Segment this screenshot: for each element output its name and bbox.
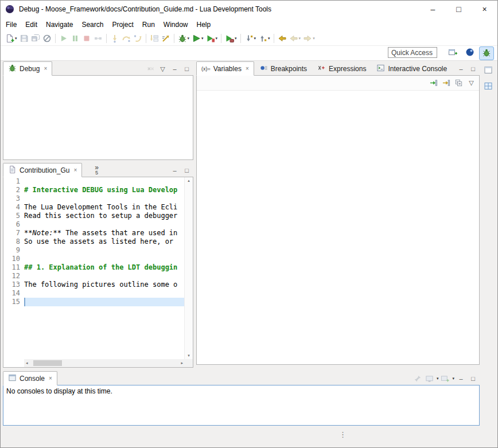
tab-debug[interactable]: Debug × [3,61,52,76]
title-bar: Debug - Moose_Framework/docs/Contributio… [1,1,497,18]
code-line-8[interactable]: So use the assets as listed here, or [24,237,185,246]
vertical-scrollbar[interactable]: ▴ ▾ [184,177,193,359]
md-heading-text: # Interactive DEBUG using Lua Develop [24,186,177,194]
menu-window[interactable]: Window [164,20,188,30]
coverage-button[interactable]: ▾ [205,32,219,45]
tab-expressions[interactable]: Expressions [312,61,371,76]
tab-close-icon[interactable]: × [44,65,47,72]
new-button[interactable]: ▾ [5,32,18,45]
forward-dropdown-arrow[interactable]: ▾ [313,36,315,41]
collapse-all-icon[interactable] [453,78,464,88]
code-line-7[interactable]: **Note:** The assets that are used in [24,229,185,237]
maximize-view-icon[interactable]: □ [468,64,478,74]
menu-navigate[interactable]: Navigate [46,20,73,30]
minimize-view-icon[interactable]: – [456,64,466,74]
tab-contribution-guide[interactable]: Contribution_Gu × [3,163,82,177]
show-type-names-icon[interactable] [428,78,439,88]
display-console-dropdown-arrow[interactable]: ▾ [437,376,439,381]
code-line-12[interactable] [24,272,185,281]
menu-file[interactable]: File [6,20,17,30]
code-line-15[interactable] [24,298,185,306]
view-menu-icon[interactable]: ▽ [466,78,477,88]
use-step-filters-icon [161,34,170,43]
menu-project[interactable]: Project [112,20,133,30]
scroll-right-icon[interactable]: ▸ [181,359,183,367]
minimize-view-icon[interactable]: – [456,373,466,384]
window-minimize-button[interactable]: – [420,1,446,18]
maximize-view-icon[interactable]: □ [181,165,192,176]
minimized-view-stack-2-icon[interactable] [482,80,495,92]
menu-search[interactable]: Search [81,20,103,30]
run-dropdown-arrow[interactable]: ▾ [201,36,204,41]
tab-close-icon[interactable]: × [73,167,77,173]
external-tools-button[interactable]: ▾ [224,32,238,45]
code-line-3[interactable] [24,194,185,203]
tab-close-icon[interactable]: × [49,375,52,381]
coverage-dropdown-arrow[interactable]: ▾ [216,36,218,41]
code-line-9[interactable] [24,246,185,255]
external-tools-dropdown-arrow[interactable]: ▾ [235,36,237,41]
previous-annotation-button[interactable]: ▾ [258,32,271,45]
debug-dropdown-arrow[interactable]: ▾ [188,36,190,41]
code-line-2[interactable]: # Interactive DEBUG using Lua Develop [24,186,185,194]
skip-all-breakpoints-button[interactable] [42,32,52,45]
code-line-13[interactable]: The following pictures outline some o [24,281,185,289]
tab-close-icon[interactable]: × [246,65,249,72]
scroll-up-icon[interactable]: ▴ [185,178,193,183]
scroll-down-icon[interactable]: ▾ [185,353,193,358]
new-dropdown-arrow[interactable]: ▾ [15,36,17,41]
code-line-6[interactable] [24,220,185,229]
open-console-icon [439,373,450,384]
console-icon [8,373,17,384]
run-button[interactable]: ▾ [191,32,204,45]
tab-interactive-console[interactable]: Interactive Console [371,61,452,76]
minimize-view-icon[interactable]: – [169,64,180,74]
horizontal-scrollbar-thumb[interactable] [33,360,62,366]
debug-button[interactable]: ▾ [177,32,190,45]
terminate-button [81,32,92,45]
menu-edit[interactable]: Edit [25,20,37,30]
tab-breakpoints[interactable]: Breakpoints [254,61,312,76]
code-line-14[interactable] [24,289,185,298]
debug-view-content[interactable] [3,75,193,160]
show-logical-structures-icon[interactable] [441,78,452,88]
code-area[interactable]: # Interactive DEBUG using Lua DevelopThe… [24,177,185,359]
remove-terminated-launches-icon [145,64,156,74]
code-line-1[interactable] [24,177,185,186]
open-console-dropdown-arrow[interactable]: ▾ [452,376,454,381]
minimized-view-stack-1-icon[interactable] [482,64,495,76]
window-close-button[interactable]: × [472,1,497,18]
previous-annotation-dropdown-arrow[interactable]: ▾ [268,36,270,41]
open-perspective-button[interactable] [446,46,460,59]
debug-perspective-button[interactable] [479,46,494,60]
scroll-left-icon[interactable]: ◂ [26,359,28,367]
tab-console[interactable]: Console × [3,371,57,385]
use-step-filters-button[interactable] [161,32,171,45]
last-edit-location-button[interactable] [277,32,287,45]
code-line-4[interactable]: The Lua Development Tools in the Ecli [24,203,185,212]
next-annotation-button[interactable]: ▾ [244,32,257,45]
horizontal-scrollbar[interactable]: ◂ ▸ [24,359,185,367]
forward-button: ▾ [302,32,316,45]
view-menu-icon[interactable]: ▽ [157,64,168,74]
code-line-10[interactable] [24,255,185,263]
sash-grip-icon[interactable]: ⋮ [339,430,347,439]
maximize-view-icon[interactable]: □ [181,64,192,74]
code-line-5[interactable]: Read this section to setup a debugger [24,212,185,220]
menu-run[interactable]: Run [142,20,155,30]
variables-view-content[interactable]: ▽ [196,75,480,365]
next-annotation-dropdown-arrow[interactable]: ▾ [254,36,256,41]
minimize-view-icon[interactable]: – [169,165,180,176]
maximize-view-icon[interactable]: □ [468,373,478,384]
tab-variables[interactable]: (x)=Variables× [196,61,254,76]
window-maximize-button[interactable]: □ [446,1,472,18]
menu-help[interactable]: Help [197,20,211,30]
lua-perspective-button[interactable] [463,46,477,59]
line-number-ruler[interactable]: 123456789101112131415 [3,177,24,359]
back-dropdown-arrow[interactable]: ▾ [299,36,301,41]
code-line-11[interactable]: ## 1. Explanation of the LDT debuggin [24,263,185,272]
toolbar-separator [55,34,56,43]
editor-tab-overflow-chevron[interactable]: » 5 [95,165,99,177]
quick-access-input[interactable]: Quick Access [388,47,437,58]
tab-label: Debug [20,65,40,73]
